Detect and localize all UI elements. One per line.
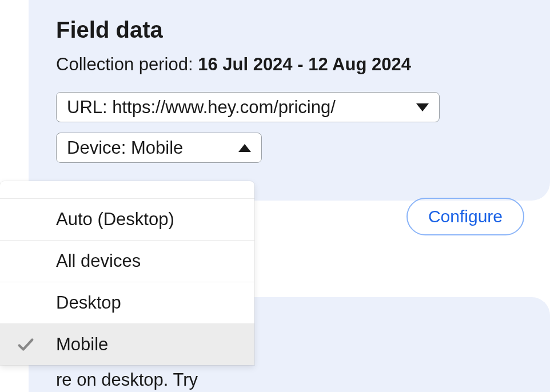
device-dropdown-menu: Auto (Desktop) All devices Desktop Mobil… bbox=[0, 181, 254, 365]
device-option-all-devices[interactable]: All devices bbox=[0, 240, 254, 282]
device-option-auto-desktop[interactable]: Auto (Desktop) bbox=[0, 198, 254, 240]
configure-button-label: Configure bbox=[428, 207, 503, 226]
chevron-down-icon bbox=[416, 103, 429, 111]
device-option-label: Mobile bbox=[56, 334, 242, 355]
check-icon bbox=[16, 335, 56, 354]
device-option-mobile[interactable]: Mobile bbox=[0, 323, 254, 365]
dropdown-top-padding bbox=[0, 181, 254, 198]
svg-marker-0 bbox=[416, 103, 429, 111]
device-option-label: Auto (Desktop) bbox=[56, 209, 242, 230]
device-select-label: Device: Mobile bbox=[67, 137, 183, 158]
collection-period: Collection period: 16 Jul 2024 - 12 Aug … bbox=[56, 54, 523, 75]
collection-period-range: 16 Jul 2024 - 12 Aug 2024 bbox=[198, 54, 411, 74]
device-option-desktop[interactable]: Desktop bbox=[0, 282, 254, 323]
configure-button[interactable]: Configure bbox=[406, 198, 524, 235]
device-select[interactable]: Device: Mobile bbox=[56, 133, 262, 163]
field-data-title: Field data bbox=[56, 17, 523, 43]
device-option-label: Desktop bbox=[56, 293, 242, 313]
device-option-label: All devices bbox=[56, 251, 242, 271]
url-select[interactable]: URL: https://www.hey.com/pricing/ bbox=[56, 92, 440, 122]
next-card-text-fragment: re on desktop. Try bbox=[56, 370, 523, 390]
svg-marker-1 bbox=[238, 144, 251, 152]
field-data-card: Field data Collection period: 16 Jul 202… bbox=[29, 0, 550, 201]
collection-period-prefix: Collection period: bbox=[56, 54, 198, 74]
url-select-label: URL: https://www.hey.com/pricing/ bbox=[67, 97, 336, 118]
chevron-up-icon bbox=[238, 144, 251, 152]
